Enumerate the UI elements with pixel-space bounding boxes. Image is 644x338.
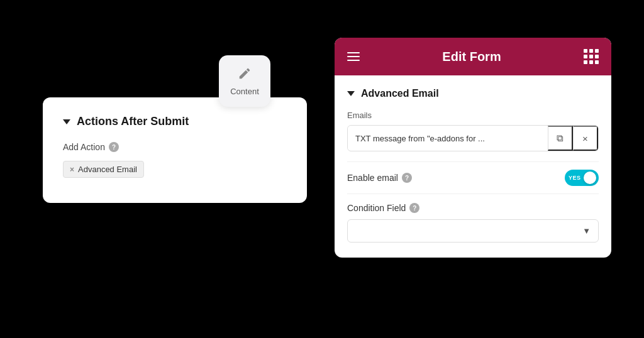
add-action-row: Add Action ?: [63, 142, 287, 152]
advanced-email-tag[interactable]: × Advanced Email: [63, 161, 144, 178]
tag-remove-icon[interactable]: ×: [70, 165, 74, 174]
email-row: TXT message from "e-addons for ... ⧉ ×: [347, 125, 599, 151]
hamburger-icon[interactable]: [347, 52, 360, 61]
chevron-down-icon[interactable]: [63, 119, 70, 124]
condition-field-help-icon[interactable]: ?: [409, 203, 419, 213]
content-label: Content: [230, 87, 259, 96]
tag-list: × Advanced Email: [63, 161, 287, 178]
remove-email-button[interactable]: ×: [573, 126, 598, 151]
email-text: TXT message from "e-addons for ...: [348, 128, 548, 150]
condition-field-row: Condition Field ? ▼: [347, 194, 599, 243]
scene: Actions After Submit Add Action ? × Adva…: [0, 0, 644, 338]
toggle-knob: [584, 172, 596, 184]
panel-body: Advanced Email Emails TXT message from "…: [335, 75, 611, 258]
emails-label: Emails: [347, 111, 599, 120]
panel-title: Edit Form: [442, 50, 501, 64]
emails-group: Emails TXT message from "e-addons for ..…: [347, 111, 599, 151]
hamburger-line-3: [347, 60, 360, 61]
add-action-help-icon[interactable]: ?: [109, 142, 119, 152]
sub-section-header: Advanced Email: [347, 88, 599, 99]
hamburger-line-1: [347, 52, 360, 53]
section-title: Actions After Submit: [77, 115, 189, 128]
toggle-yes-label: YES: [569, 175, 581, 181]
grid-icon[interactable]: [584, 49, 599, 64]
copy-email-button[interactable]: ⧉: [548, 126, 573, 151]
select-arrow-icon: ▼: [582, 226, 591, 236]
left-panel: Actions After Submit Add Action ? × Adva…: [43, 97, 307, 203]
right-panel: Edit Form Advanced Email Emails TXT mess…: [335, 38, 611, 258]
condition-field-select[interactable]: ▼: [347, 219, 599, 243]
sub-section-title: Advanced Email: [361, 88, 439, 99]
panel-header: Edit Form: [335, 38, 611, 75]
content-button[interactable]: Content: [219, 55, 270, 107]
condition-label-group: Condition Field ?: [347, 203, 599, 213]
enable-email-label-group: Enable email ?: [347, 173, 412, 183]
enable-email-help-icon[interactable]: ?: [402, 173, 412, 183]
section-header: Actions After Submit: [63, 115, 287, 128]
tag-label: Advanced Email: [78, 165, 137, 174]
enable-email-toggle[interactable]: YES: [565, 170, 599, 186]
hamburger-line-2: [347, 56, 360, 57]
add-action-label: Add Action: [63, 142, 105, 152]
sub-chevron-down-icon[interactable]: [347, 91, 355, 96]
remove-email-icon: ×: [582, 133, 588, 144]
enable-email-row: Enable email ? YES: [347, 161, 599, 194]
copy-icon: ⧉: [557, 133, 564, 144]
enable-email-label: Enable email: [347, 173, 398, 183]
pencil-icon: [238, 67, 252, 83]
condition-field-label: Condition Field: [347, 203, 406, 213]
